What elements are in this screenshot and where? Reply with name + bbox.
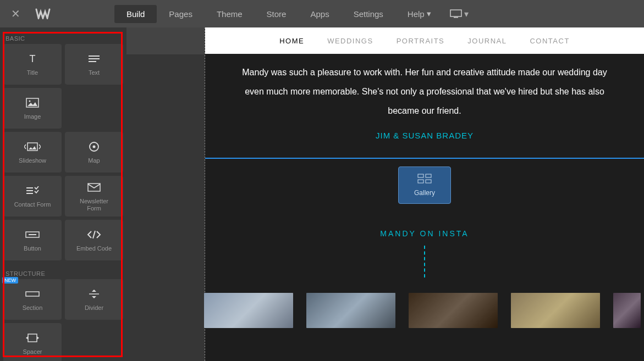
weebly-logo[interactable] bbox=[26, 8, 59, 19]
preview-nav: HOME WEDDINGS PORTRAITS JOURNAL CONTACT bbox=[205, 27, 644, 54]
svg-rect-22 bbox=[426, 174, 431, 177]
chevron-down-icon: ▾ bbox=[464, 9, 469, 19]
nav-store[interactable]: Store bbox=[255, 5, 299, 23]
preview-nav-weddings[interactable]: WEDDINGS bbox=[327, 37, 373, 45]
chevron-down-icon: ▾ bbox=[427, 9, 431, 19]
tile-image[interactable]: Image bbox=[3, 88, 62, 129]
desktop-icon bbox=[450, 9, 462, 18]
testimonial-author: JIM & SUSAN BRADEY bbox=[238, 126, 611, 145]
section-icon bbox=[25, 287, 40, 301]
nav-build[interactable]: Build bbox=[114, 5, 157, 23]
insta-thumb[interactable] bbox=[511, 293, 600, 328]
image-icon bbox=[26, 96, 39, 110]
svg-rect-21 bbox=[418, 174, 423, 177]
preview-nav-portraits[interactable]: PORTRAITS bbox=[397, 37, 445, 45]
svg-rect-20 bbox=[28, 334, 37, 342]
svg-point-10 bbox=[93, 146, 96, 148]
preview-nav-journal[interactable]: JOURNAL bbox=[467, 37, 507, 45]
preview-nav-contact[interactable]: CONTACT bbox=[530, 37, 569, 45]
spacer-icon bbox=[26, 331, 39, 345]
insta-thumb[interactable] bbox=[306, 293, 395, 328]
button-icon bbox=[25, 227, 40, 242]
device-selector[interactable]: ▾ bbox=[443, 9, 475, 19]
nav-theme[interactable]: Theme bbox=[205, 5, 255, 23]
slideshow-icon bbox=[24, 140, 41, 154]
tile-section[interactable]: NEW Section bbox=[3, 279, 62, 320]
vertical-divider bbox=[424, 246, 425, 277]
tile-button[interactable]: Button bbox=[3, 220, 62, 260]
svg-text:T: T bbox=[30, 53, 36, 64]
contact-form-icon bbox=[25, 184, 40, 198]
map-icon bbox=[89, 140, 100, 154]
elements-sidebar: BASIC T Title Text Image Slideshow Map bbox=[0, 27, 126, 361]
svg-line-17 bbox=[93, 231, 95, 238]
gallery-icon bbox=[417, 174, 432, 186]
svg-rect-14 bbox=[88, 184, 100, 191]
gallery-placeholder[interactable]: Gallery bbox=[398, 166, 451, 204]
tile-contact-form[interactable]: Contact Form bbox=[3, 176, 62, 216]
tile-embed-code[interactable]: Embed Code bbox=[65, 220, 123, 260]
tile-divider[interactable]: Divider bbox=[65, 279, 123, 320]
section-label-structure: STRUCTURE bbox=[3, 266, 123, 279]
svg-point-7 bbox=[29, 101, 31, 102]
code-icon bbox=[87, 227, 101, 242]
nav-help[interactable]: Help▾ bbox=[395, 4, 443, 23]
nav-settings[interactable]: Settings bbox=[342, 5, 395, 23]
testimonial-block[interactable]: Mandy was such a pleasure to work with. … bbox=[205, 54, 644, 158]
section-label-basic: BASIC bbox=[3, 31, 123, 44]
insta-thumb[interactable] bbox=[409, 293, 498, 328]
tile-spacer[interactable]: Spacer bbox=[3, 323, 62, 361]
top-toolbar: ✕ Build Pages Theme Store Apps Settings … bbox=[0, 0, 644, 27]
gallery-label: Gallery bbox=[414, 189, 435, 197]
nav-pages[interactable]: Pages bbox=[157, 5, 205, 23]
section-divider bbox=[205, 158, 644, 159]
preview-nav-home[interactable]: HOME bbox=[279, 37, 304, 45]
close-icon[interactable]: ✕ bbox=[4, 7, 26, 20]
tile-slideshow[interactable]: Slideshow bbox=[3, 132, 62, 173]
insta-heading[interactable]: MANDY ON INSTA bbox=[205, 229, 644, 238]
svg-rect-0 bbox=[450, 10, 461, 16]
site-preview[interactable]: HOME WEDDINGS PORTRAITS JOURNAL CONTACT … bbox=[205, 27, 644, 361]
insta-thumb[interactable] bbox=[613, 293, 641, 328]
tile-map[interactable]: Map bbox=[65, 132, 123, 173]
newsletter-icon bbox=[87, 180, 101, 195]
text-icon bbox=[87, 52, 101, 66]
svg-rect-16 bbox=[29, 234, 36, 235]
insta-thumbnails[interactable] bbox=[204, 277, 644, 328]
svg-rect-1 bbox=[454, 17, 458, 18]
canvas-area: HOME WEDDINGS PORTRAITS JOURNAL CONTACT … bbox=[126, 27, 644, 361]
tile-newsletter-form[interactable]: Newsletter Form bbox=[65, 176, 123, 216]
divider-icon bbox=[88, 287, 100, 301]
insta-thumb[interactable] bbox=[204, 293, 293, 328]
new-badge: NEW bbox=[2, 277, 18, 284]
svg-rect-24 bbox=[426, 180, 431, 183]
tile-title[interactable]: T Title bbox=[3, 44, 62, 85]
nav-apps[interactable]: Apps bbox=[298, 5, 341, 23]
tile-text[interactable]: Text bbox=[65, 44, 123, 85]
svg-rect-18 bbox=[26, 292, 39, 296]
testimonial-text: Mandy was such a pleasure to work with. … bbox=[238, 63, 611, 121]
svg-rect-23 bbox=[418, 180, 423, 183]
title-icon: T bbox=[26, 52, 39, 66]
